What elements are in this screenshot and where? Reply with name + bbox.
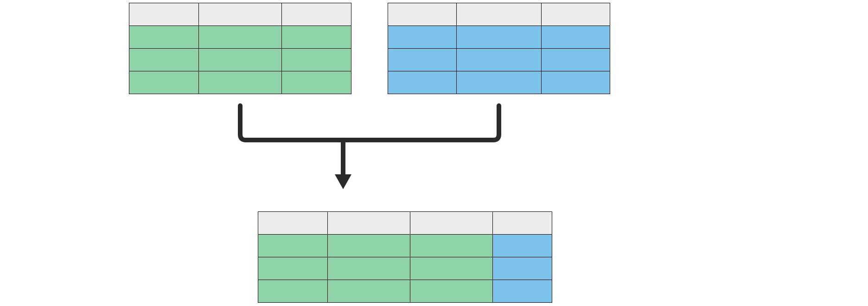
data-cell — [258, 280, 328, 303]
data-cell — [457, 49, 541, 71]
header-cell — [129, 3, 199, 26]
table-row — [129, 3, 351, 26]
data-cell — [410, 235, 493, 257]
table-row — [258, 212, 552, 235]
data-cell — [129, 49, 199, 71]
table-row — [129, 49, 351, 71]
data-cell — [457, 26, 541, 49]
output-table-merged — [258, 211, 552, 303]
table-row — [129, 26, 351, 49]
data-cell — [493, 280, 552, 303]
data-cell — [258, 235, 328, 257]
table-row — [388, 71, 610, 94]
data-cell — [388, 71, 457, 94]
header-cell — [328, 212, 410, 235]
data-cell — [199, 49, 281, 71]
data-cell — [129, 71, 199, 94]
data-cell — [457, 71, 541, 94]
data-cell — [388, 26, 457, 49]
table-row — [258, 235, 552, 257]
input-table-left — [129, 3, 351, 94]
data-cell — [541, 49, 610, 71]
data-cell — [199, 71, 281, 94]
table-row — [258, 257, 552, 280]
data-cell — [258, 257, 328, 280]
data-cell — [410, 280, 493, 303]
input-table-right — [388, 3, 610, 94]
data-cell — [328, 280, 410, 303]
table-row — [129, 71, 351, 94]
data-cell — [410, 257, 493, 280]
data-cell — [199, 26, 281, 49]
header-cell — [541, 3, 610, 26]
data-cell — [129, 26, 199, 49]
table-row — [388, 3, 610, 26]
svg-marker-1 — [335, 174, 351, 189]
table-row — [388, 26, 610, 49]
data-cell — [328, 257, 410, 280]
data-cell — [541, 71, 610, 94]
data-cell — [493, 235, 552, 257]
diagram-canvas — [0, 0, 868, 306]
data-cell — [493, 257, 552, 280]
header-cell — [258, 212, 328, 235]
header-cell — [457, 3, 541, 26]
data-cell — [281, 71, 351, 94]
data-cell — [328, 235, 410, 257]
header-cell — [388, 3, 457, 26]
data-cell — [541, 26, 610, 49]
header-cell — [410, 212, 493, 235]
data-cell — [281, 49, 351, 71]
table-row — [258, 280, 552, 303]
table-row — [388, 49, 610, 71]
data-cell — [281, 26, 351, 49]
header-cell — [199, 3, 281, 26]
data-cell — [388, 49, 457, 71]
header-cell — [281, 3, 351, 26]
header-cell — [493, 212, 552, 235]
